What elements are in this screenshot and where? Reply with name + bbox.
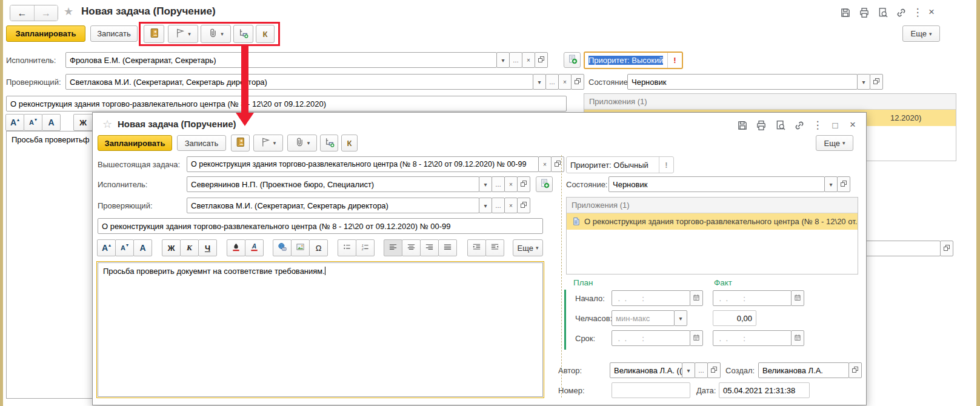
fact-hours-input[interactable]: 0,00 (713, 310, 756, 326)
ellipsis-icon[interactable]: … (492, 198, 505, 213)
open-icon[interactable] (551, 156, 564, 172)
open-icon[interactable] (837, 176, 850, 192)
open-icon[interactable] (848, 362, 862, 378)
bold-button[interactable]: Ж (73, 114, 93, 131)
reviewer-input[interactable]: Светлакова М.И. (Секретариат, Секретарь … (187, 198, 479, 213)
kebab-menu-icon[interactable]: ⋮ (912, 6, 924, 18)
attach-file-button[interactable]: ▾ (287, 135, 317, 151)
maximize-icon[interactable]: □ (829, 119, 841, 131)
dropdown-icon[interactable]: ▾ (496, 52, 510, 68)
open-icon[interactable] (707, 362, 721, 378)
kebab-menu-icon[interactable]: ⋮ (812, 119, 824, 131)
font-button[interactable]: А (42, 114, 61, 131)
close-icon[interactable]: × (925, 6, 938, 18)
symbol-button[interactable]: Ω (309, 239, 328, 256)
forward-button[interactable]: → (34, 5, 58, 21)
back-button[interactable]: ← (10, 5, 34, 21)
executor-input[interactable]: Фролова Е.М. (Секретариат, Секретарь) (65, 52, 497, 68)
font-color-button[interactable]: A (245, 239, 264, 256)
calendar-icon[interactable] (690, 330, 703, 346)
ellipsis-icon[interactable]: … (492, 176, 505, 192)
align-left-button[interactable] (384, 239, 402, 256)
save-icon[interactable] (736, 119, 748, 131)
print-icon[interactable] (755, 119, 767, 131)
font-increase-button[interactable]: А▴ (97, 239, 116, 256)
align-center-button[interactable] (402, 239, 421, 256)
parent-task-input[interactable]: О реконструкция здания торгово-развлекат… (187, 156, 539, 172)
link-icon[interactable] (895, 7, 907, 19)
insert-image-button[interactable] (291, 239, 310, 256)
plan-hours-input[interactable]: мин-макс (612, 310, 675, 326)
dropdown-icon[interactable]: ▾ (674, 310, 687, 326)
plan-start-input[interactable]: . . : (612, 290, 690, 306)
italic-button[interactable]: К (180, 239, 199, 256)
schedule-button[interactable]: Запланировать (6, 25, 85, 42)
align-right-button[interactable] (420, 239, 439, 256)
dropdown-icon[interactable]: ▾ (479, 176, 492, 192)
clear-icon[interactable]: × (504, 176, 518, 192)
open-icon[interactable] (870, 74, 883, 90)
more-button[interactable]: Еще▾ (816, 135, 853, 151)
priority-control[interactable]: Приоритет: Высокий ! (584, 52, 683, 69)
numbered-list-button[interactable]: 12 (356, 239, 375, 256)
font-button[interactable]: А (133, 239, 152, 256)
create-new-button[interactable] (564, 52, 581, 68)
ellipsis-icon[interactable]: … (545, 74, 559, 90)
hyperlink-button[interactable] (273, 239, 292, 256)
open-icon[interactable] (940, 241, 953, 256)
favorite-star-icon[interactable]: ★ (64, 5, 73, 18)
save-icon[interactable] (839, 7, 852, 19)
dropdown-icon[interactable]: ▾ (857, 74, 870, 90)
create-new-button[interactable] (536, 176, 553, 192)
format-more-button[interactable]: Еще▾ (513, 239, 543, 256)
fact-due-input[interactable]: . . : (713, 330, 792, 346)
align-justify-button[interactable] (438, 239, 457, 256)
author-input[interactable]: Великанова Л.А. (( (610, 362, 682, 378)
open-icon[interactable] (517, 198, 530, 213)
created-by-input[interactable]: Великанова Л.А. (758, 362, 849, 378)
open-icon[interactable] (535, 52, 548, 68)
reviewer-input[interactable]: Светлакова М.И. (Секретариат, Секретарь … (65, 74, 533, 90)
indent-decrease-button[interactable] (485, 239, 504, 256)
calendar-icon[interactable] (690, 290, 703, 306)
flag-button[interactable]: ▾ (253, 135, 283, 151)
more-button[interactable]: Еще▾ (902, 25, 940, 42)
fact-start-input[interactable]: . . : (713, 290, 792, 306)
link-icon[interactable] (793, 119, 805, 131)
plan-due-input[interactable]: . . : (612, 330, 690, 346)
clear-icon[interactable]: × (522, 52, 535, 68)
print-icon[interactable] (858, 7, 870, 19)
record-button[interactable]: Записать (177, 135, 226, 151)
ellipsis-icon[interactable]: … (695, 362, 708, 378)
dropdown-icon[interactable]: ▾ (479, 198, 492, 213)
dropdown-icon[interactable]: ▾ (533, 74, 546, 90)
subject-input[interactable]: О реконструкция здания торгово-развлекат… (98, 218, 543, 234)
priority-control[interactable]: Приоритет: Обычный ! (566, 156, 674, 173)
record-button[interactable]: Записать (90, 25, 138, 42)
highlight-color-button[interactable] (227, 239, 245, 256)
favorite-star-outline-icon[interactable]: ☆ (102, 118, 112, 131)
description-editor[interactable]: Просьба проверить докуемнт на соответств… (98, 262, 543, 397)
clear-icon[interactable]: × (538, 156, 552, 172)
indent-increase-button[interactable] (467, 239, 486, 256)
underline-button[interactable]: Ч (198, 239, 217, 256)
preview-icon[interactable] (877, 7, 889, 19)
state-input[interactable]: Черновик (627, 74, 858, 90)
k-button[interactable]: К (341, 135, 358, 151)
subject-input[interactable]: О реконструкция здания торгово-развлекат… (6, 96, 567, 111)
panel-splitter[interactable] (561, 155, 562, 398)
clear-icon[interactable]: × (504, 198, 518, 213)
address-book-button[interactable] (231, 135, 250, 151)
preview-icon[interactable] (775, 119, 787, 131)
bullet-list-button[interactable] (338, 239, 356, 256)
schedule-button[interactable]: Запланировать (98, 135, 172, 151)
create-subtask-button[interactable] (320, 135, 338, 151)
ellipsis-icon[interactable]: … (509, 52, 522, 68)
state-input[interactable]: Черновик (608, 176, 825, 192)
calendar-icon[interactable] (791, 290, 804, 306)
number-input[interactable] (612, 382, 690, 398)
open-icon[interactable] (517, 176, 530, 192)
bold-button[interactable]: Ж (162, 239, 181, 256)
executor-input[interactable]: Северянинов Н.П. (Проектное бюро, Специа… (187, 176, 479, 192)
font-decrease-button[interactable]: А▾ (24, 114, 42, 131)
